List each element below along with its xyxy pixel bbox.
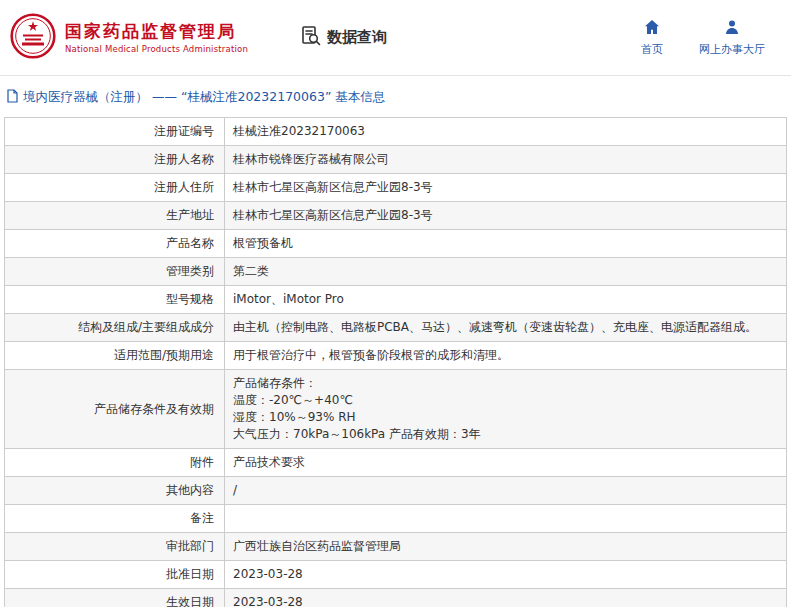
data-query-icon (300, 25, 322, 51)
row-label: 备注 (5, 505, 225, 533)
row-value: 用于根管治疗中，根管预备阶段根管的成形和清理。 (225, 342, 787, 370)
breadcrumb-text: 境内医疗器械（注册） —— “桂械注准20232170063” 基本信息 (23, 89, 385, 106)
table-row: 审批部门广西壮族自治区药品监督管理局 (5, 533, 787, 561)
row-label: 批准日期 (5, 561, 225, 589)
row-value: / (225, 477, 787, 505)
row-value: 广西壮族自治区药品监督管理局 (225, 533, 787, 561)
agency-title-block: 国家药品监督管理局 National Medical Products Admi… (65, 21, 248, 54)
row-label: 注册人名称 (5, 146, 225, 174)
registration-info-table: 注册证编号桂械注准20232170063注册人名称桂林市锐锋医疗器械有限公司注册… (4, 117, 787, 607)
table-row: 注册人住所桂林市七星区高新区信息产业园8-3号 (5, 174, 787, 202)
registration-info-section: 注册证编号桂械注准20232170063注册人名称桂林市锐锋医疗器械有限公司注册… (0, 117, 791, 607)
nav-data-query[interactable]: 数据查询 (300, 25, 387, 51)
document-icon (6, 89, 19, 106)
row-value: iMotor、iMotor Pro (225, 286, 787, 314)
table-row: 其他内容/ (5, 477, 787, 505)
row-value (225, 505, 787, 533)
row-label: 管理类别 (5, 258, 225, 286)
row-value: 2023-03-28 (225, 589, 787, 607)
header: 国家药品监督管理局 National Medical Products Admi… (0, 0, 791, 76)
data-query-label: 数据查询 (327, 28, 387, 47)
row-label: 产品储存条件及有效期 (5, 370, 225, 449)
header-nav: 首页 网上办事大厅 (641, 19, 775, 57)
table-row: 型号规格iMotor、iMotor Pro (5, 286, 787, 314)
table-row: 结构及组成/主要组成成分由主机（控制电路、电路板PCBA、马达）、减速弯机（变速… (5, 314, 787, 342)
table-row: 生产地址桂林市七星区高新区信息产业园8-3号 (5, 202, 787, 230)
table-row: 批准日期2023-03-28 (5, 561, 787, 589)
row-label: 附件 (5, 449, 225, 477)
row-label: 其他内容 (5, 477, 225, 505)
table-row: 备注 (5, 505, 787, 533)
row-label: 注册证编号 (5, 118, 225, 146)
nav-home-label: 首页 (641, 42, 663, 57)
table-row: 产品名称根管预备机 (5, 230, 787, 258)
row-value: 桂械注准20232170063 (225, 118, 787, 146)
row-label: 生效日期 (5, 589, 225, 607)
nav-home[interactable]: 首页 (641, 19, 663, 57)
row-value: 产品储存条件： 温度：-20℃～+40℃ 湿度：10%～93% RH 大气压力：… (225, 370, 787, 449)
row-value: 桂林市锐锋医疗器械有限公司 (225, 146, 787, 174)
row-label: 结构及组成/主要组成成分 (5, 314, 225, 342)
breadcrumb: 境内医疗器械（注册） —— “桂械注准20232170063” 基本信息 (0, 76, 791, 117)
table-row: 注册证编号桂械注准20232170063 (5, 118, 787, 146)
row-label: 生产地址 (5, 202, 225, 230)
agency-title-cn: 国家药品监督管理局 (65, 21, 248, 41)
home-icon (644, 19, 660, 38)
row-value: 根管预备机 (225, 230, 787, 258)
table-row: 适用范围/预期用途用于根管治疗中，根管预备阶段根管的成形和清理。 (5, 342, 787, 370)
table-row: 生效日期2023-03-28 (5, 589, 787, 607)
row-label: 审批部门 (5, 533, 225, 561)
row-label: 产品名称 (5, 230, 225, 258)
table-row: 管理类别第二类 (5, 258, 787, 286)
nmpa-emblem-logo (10, 13, 56, 62)
row-value: 由主机（控制电路、电路板PCBA、马达）、减速弯机（变速齿轮盘）、充电座、电源适… (225, 314, 787, 342)
row-value: 产品技术要求 (225, 449, 787, 477)
row-value: 2023-03-28 (225, 561, 787, 589)
row-value: 第二类 (225, 258, 787, 286)
table-row: 附件产品技术要求 (5, 449, 787, 477)
nav-service-hall-label: 网上办事大厅 (699, 42, 765, 57)
agency-title-en: National Medical Products Administration (65, 44, 248, 54)
row-label: 适用范围/预期用途 (5, 342, 225, 370)
person-icon (724, 19, 740, 38)
row-value: 桂林市七星区高新区信息产业园8-3号 (225, 174, 787, 202)
table-row: 注册人名称桂林市锐锋医疗器械有限公司 (5, 146, 787, 174)
table-row: 产品储存条件及有效期产品储存条件： 温度：-20℃～+40℃ 湿度：10%～93… (5, 370, 787, 449)
row-label: 注册人住所 (5, 174, 225, 202)
row-value: 桂林市七星区高新区信息产业园8-3号 (225, 202, 787, 230)
nav-service-hall[interactable]: 网上办事大厅 (699, 19, 765, 57)
row-label: 型号规格 (5, 286, 225, 314)
info-table-body: 注册证编号桂械注准20232170063注册人名称桂林市锐锋医疗器械有限公司注册… (5, 118, 787, 607)
